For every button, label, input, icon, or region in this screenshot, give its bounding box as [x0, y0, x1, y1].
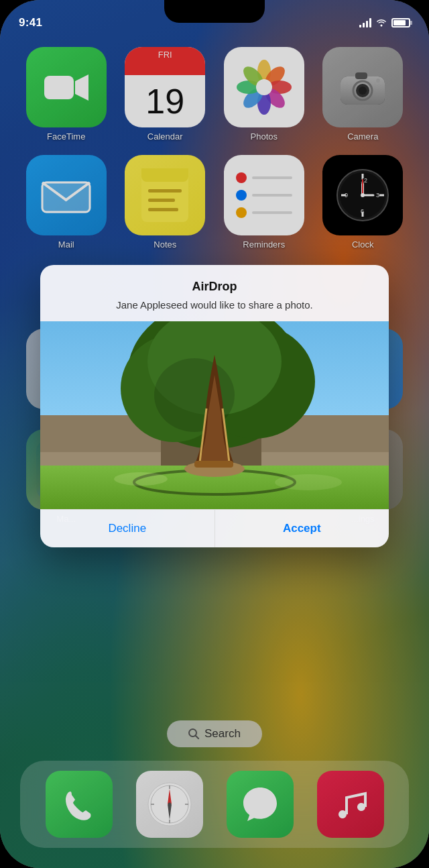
- signal-icon: [359, 18, 371, 28]
- airdrop-decline-button[interactable]: Decline: [40, 510, 215, 547]
- airdrop-subtitle: Jane Appleseed would like to share a pho…: [56, 298, 373, 312]
- wifi-icon: [375, 17, 387, 29]
- status-time: 9:41: [19, 16, 42, 30]
- airdrop-actions: Decline Accept: [40, 509, 389, 547]
- svg-rect-73: [194, 461, 233, 468]
- svg-point-74: [114, 472, 168, 486]
- phone-frame: 9:41: [0, 0, 429, 868]
- status-icons: [359, 17, 410, 29]
- svg-point-75: [275, 474, 342, 490]
- airdrop-header: AirDrop Jane Appleseed would like to sha…: [40, 265, 389, 321]
- airdrop-accept-button[interactable]: Accept: [215, 510, 389, 547]
- notch: [164, 0, 265, 23]
- airdrop-title: AirDrop: [56, 280, 373, 294]
- battery-icon: [391, 18, 410, 28]
- airdrop-photo: [40, 321, 389, 509]
- airdrop-modal: AirDrop Jane Appleseed would like to sha…: [40, 265, 389, 547]
